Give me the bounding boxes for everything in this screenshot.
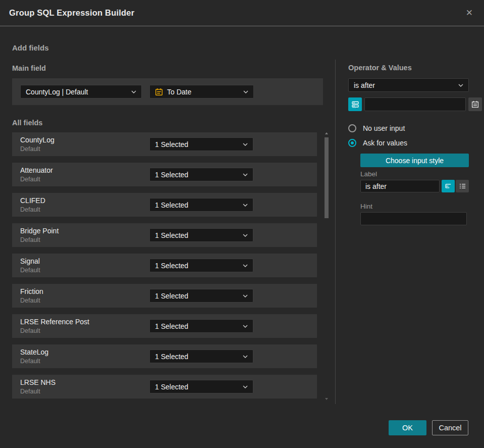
- field-row: CLIFED Default 1 Selected: [12, 193, 317, 217]
- group-sql-expression-builder-dialog: Group SQL Expression Builder ✕ Add field…: [0, 0, 484, 448]
- field-selection-label: 1 Selected: [155, 140, 188, 148]
- field-selection-dropdown[interactable]: 1 Selected: [149, 380, 253, 393]
- radio-ask-for-values[interactable]: Ask for values: [348, 139, 407, 147]
- scrollbar-thumb[interactable]: [325, 137, 329, 218]
- date-field-select[interactable]: To Date: [149, 85, 254, 98]
- field-selection-label: 1 Selected: [155, 322, 188, 330]
- label-input-row: [360, 180, 469, 192]
- chevron-down-icon: [243, 355, 248, 358]
- radio-circle-icon: [348, 124, 356, 132]
- field-selection-dropdown[interactable]: 1 Selected: [149, 350, 253, 363]
- field-selection-label: 1 Selected: [155, 262, 188, 270]
- scroll-down-arrow-icon[interactable]: [325, 398, 328, 400]
- field-selection-dropdown[interactable]: 1 Selected: [149, 198, 253, 212]
- footer: OK Cancel: [389, 420, 468, 435]
- all-fields-list: CountyLog Default 1 Selected Attenuator …: [12, 132, 317, 399]
- chevron-down-icon: [131, 90, 136, 93]
- label-field-label: Label: [360, 170, 377, 178]
- title-bar: Group SQL Expression Builder ✕: [0, 0, 484, 26]
- field-selection-dropdown[interactable]: 1 Selected: [149, 259, 253, 272]
- operator-values-heading: Operator & Values: [348, 64, 412, 72]
- field-selection-label: 1 Selected: [155, 292, 188, 300]
- field-selection-label: 1 Selected: [155, 231, 188, 239]
- field-selection-dropdown[interactable]: 1 Selected: [149, 137, 253, 151]
- hint-input[interactable]: [360, 212, 467, 225]
- main-field-select[interactable]: CountyLog | Default: [20, 85, 142, 98]
- field-selection-label: 1 Selected: [155, 353, 188, 361]
- main-field-panel: CountyLog | Default To Date: [12, 78, 323, 105]
- operator-select[interactable]: is after: [348, 78, 469, 92]
- main-field-select-value: CountyLog | Default: [26, 88, 88, 96]
- fields-scrollbar: [325, 131, 329, 401]
- chevron-down-icon: [243, 90, 248, 93]
- field-row: LRSE Reference Post Default 1 Selected: [12, 314, 317, 338]
- field-row: Friction Default 1 Selected: [12, 284, 317, 308]
- chevron-down-icon: [243, 204, 248, 207]
- radio-no-user-input[interactable]: No user input: [348, 124, 405, 132]
- chevron-down-icon: [243, 264, 248, 267]
- field-selection-dropdown[interactable]: 1 Selected: [149, 289, 253, 303]
- cancel-button[interactable]: Cancel: [432, 420, 468, 435]
- field-row: Signal Default 1 Selected: [12, 254, 317, 277]
- date-field-select-value: To Date: [167, 88, 191, 96]
- field-row: CountyLog Default 1 Selected: [12, 132, 317, 156]
- all-fields-label: All fields: [12, 119, 42, 127]
- main-field-label: Main field: [12, 64, 46, 72]
- label-input[interactable]: [360, 180, 440, 192]
- close-icon[interactable]: ✕: [464, 7, 475, 19]
- calendar-picker-button[interactable]: [468, 97, 482, 111]
- unique-values-button[interactable]: [348, 97, 362, 111]
- scroll-up-arrow-icon[interactable]: [325, 132, 328, 134]
- ok-button[interactable]: OK: [389, 420, 426, 435]
- chevron-down-icon: [458, 84, 463, 87]
- hint-field-label: Hint: [360, 203, 372, 210]
- radio-no-user-input-label: No user input: [363, 124, 405, 132]
- chevron-down-icon: [243, 385, 248, 388]
- list-input-style-button[interactable]: [456, 180, 469, 192]
- field-row: StateLog Default 1 Selected: [12, 344, 317, 368]
- panel-divider: [335, 60, 336, 404]
- field-row: LRSE NHS Default 1 Selected: [12, 375, 317, 399]
- field-selection-label: 1 Selected: [155, 171, 188, 179]
- chevron-down-icon: [243, 294, 248, 297]
- dialog-title: Group SQL Expression Builder: [9, 8, 134, 18]
- choose-input-style-button[interactable]: Choose input style: [360, 154, 469, 167]
- field-selection-dropdown[interactable]: 1 Selected: [149, 168, 253, 181]
- field-selection-dropdown[interactable]: 1 Selected: [149, 228, 253, 242]
- field-selection-label: 1 Selected: [155, 201, 188, 209]
- radio-circle-selected-icon: [348, 139, 356, 147]
- chevron-down-icon: [243, 143, 248, 146]
- calendar-icon: [155, 88, 163, 96]
- chevron-down-icon: [243, 325, 248, 328]
- radio-ask-for-values-label: Ask for values: [363, 139, 407, 147]
- value-input-row: [348, 97, 469, 111]
- operator-select-value: is after: [354, 81, 375, 89]
- field-row: Attenuator Default 1 Selected: [12, 163, 317, 186]
- chevron-down-icon: [243, 173, 248, 176]
- field-selection-label: 1 Selected: [155, 383, 188, 391]
- field-selection-dropdown[interactable]: 1 Selected: [149, 319, 253, 333]
- chevron-down-icon: [243, 234, 248, 237]
- date-value-input[interactable]: [364, 97, 466, 111]
- text-input-style-button[interactable]: [442, 180, 455, 192]
- field-row: Bridge Point Default 1 Selected: [12, 223, 317, 247]
- add-fields-heading: Add fields: [12, 43, 49, 52]
